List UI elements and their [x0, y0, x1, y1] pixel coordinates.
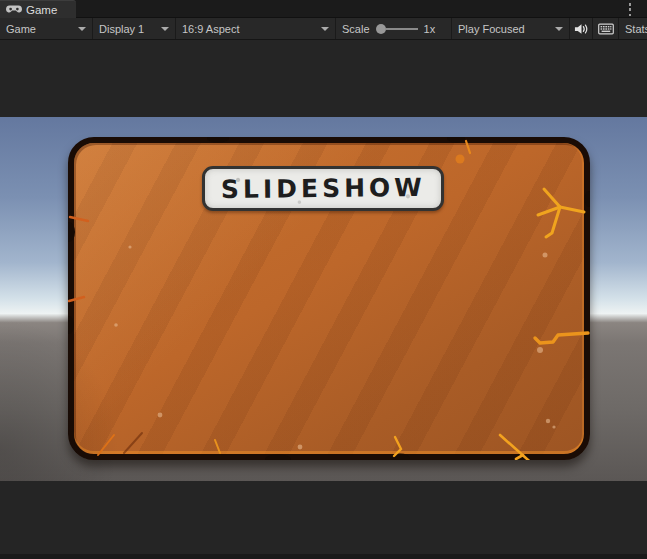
scale-label: Scale: [342, 23, 370, 35]
unity-game-window: Game Game Display 1 16:9 Aspect Scale 1x…: [0, 0, 647, 559]
scale-value: 1x: [424, 23, 436, 35]
display-dropdown[interactable]: Display 1: [93, 18, 176, 39]
slider-knob[interactable]: [376, 24, 386, 34]
game-mode-dropdown[interactable]: Game: [0, 18, 93, 39]
chevron-down-icon: [161, 27, 169, 31]
stats-label: Stats: [625, 23, 647, 35]
game-view-toolbar: Game Display 1 16:9 Aspect Scale 1x Play…: [0, 18, 647, 40]
display-label: Display 1: [99, 23, 144, 35]
keyboard-icon: [598, 23, 614, 35]
board-title: SLIDESHOW: [220, 173, 425, 204]
play-focused-dropdown[interactable]: Play Focused: [452, 18, 570, 39]
gamepad-icon: [6, 4, 22, 15]
letterbox-top: [0, 41, 647, 117]
slideshow-board: SLIDESHOW: [68, 137, 590, 460]
scale-slider[interactable]: [376, 24, 418, 34]
aspect-label: 16:9 Aspect: [182, 23, 240, 35]
board-title-banner: SLIDESHOW: [202, 166, 444, 211]
chevron-down-icon: [321, 27, 329, 31]
stats-button[interactable]: Stats: [619, 18, 647, 39]
tab-bar: Game: [0, 0, 647, 18]
tab-game[interactable]: Game: [0, 0, 76, 18]
scale-control: Scale 1x: [336, 18, 452, 39]
window-bottom-edge: [0, 554, 647, 559]
chevron-down-icon: [555, 27, 563, 31]
chevron-down-icon: [78, 27, 86, 31]
play-focused-label: Play Focused: [458, 23, 525, 35]
slider-track: [386, 28, 418, 30]
game-mode-label: Game: [6, 23, 36, 35]
aspect-ratio-dropdown[interactable]: 16:9 Aspect: [176, 18, 336, 39]
kebab-menu-icon[interactable]: [626, 3, 634, 16]
speaker-icon: [574, 23, 589, 35]
mute-audio-button[interactable]: [570, 18, 593, 39]
keyboard-button[interactable]: [593, 18, 619, 39]
game-viewport[interactable]: SLIDESHOW: [0, 117, 647, 481]
letterbox-bottom: [0, 481, 647, 554]
tab-label: Game: [26, 4, 57, 16]
